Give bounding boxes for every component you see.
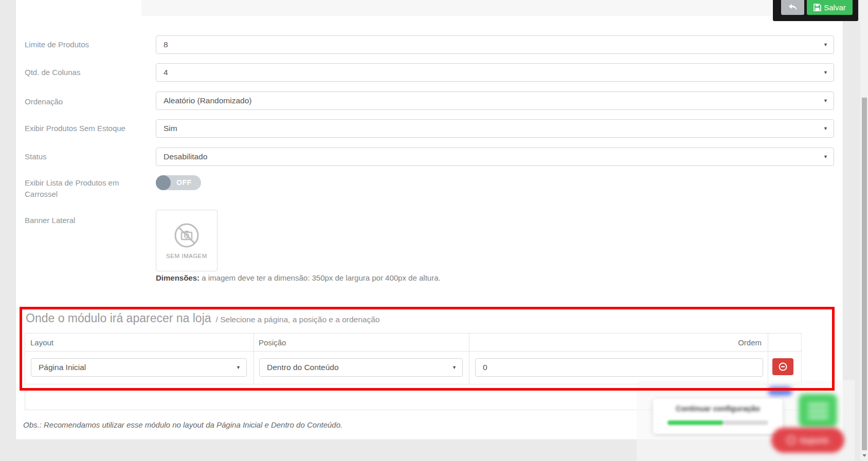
back-button[interactable]	[781, 0, 804, 15]
layout-select-value: Página Inicial	[39, 363, 86, 372]
module-table-header: Layout Posição Ordem	[25, 333, 802, 352]
position-select-value: Dentro do Conteúdo	[267, 363, 339, 372]
dimensions-note-text: a imagem deve ter a dimensão: 350px de l…	[200, 273, 441, 282]
caret-down-icon: ▼	[823, 154, 828, 159]
limit-select[interactable]: 8 ▼	[156, 35, 834, 54]
dimensions-note: Dimensões: a imagem deve ter a dimensão:…	[156, 273, 441, 282]
blurred-blue-badge	[768, 386, 792, 396]
column-divider	[469, 352, 469, 384]
layout-column-header: Layout	[30, 338, 53, 347]
position-select[interactable]: Dentro do Conteúdo ▼	[259, 358, 463, 377]
recommendation-note: Obs.: Recomendamos utilizar esse módulo …	[23, 420, 342, 429]
ordering-label: Ordenação	[25, 97, 63, 106]
scrollbar-down-arrow-icon	[862, 454, 866, 457]
section-title: Onde o módulo irá aparecer na loja	[26, 311, 211, 325]
caret-down-icon: ▼	[823, 98, 828, 103]
floppy-disk-icon	[813, 4, 821, 11]
column-divider	[768, 334, 768, 351]
section-subtitle: / Selecione a página, a posição e a orde…	[216, 315, 380, 324]
limit-select-value: 8	[164, 40, 168, 49]
caret-down-icon: ▼	[823, 126, 828, 131]
onboarding-progress-bar	[667, 420, 768, 425]
column-divider	[768, 352, 768, 384]
caret-down-icon: ▼	[823, 42, 828, 47]
column-divider	[469, 334, 469, 351]
checklist-icon	[808, 416, 828, 418]
support-icon	[787, 436, 795, 445]
out-of-stock-select-value: Sim	[164, 124, 177, 133]
settings-page: Limite de Produtos Qtd. de Colunas Orden…	[0, 0, 868, 461]
dimensions-note-bold: Dimensões:	[156, 273, 200, 282]
banner-label: Banner Lateral	[25, 216, 75, 225]
order-input[interactable]	[475, 358, 763, 377]
status-label: Status	[25, 152, 47, 161]
order-column-header: Ordem	[727, 338, 762, 347]
scrollbar-down-button[interactable]	[860, 450, 868, 461]
blurred-widget-overlay: Continuar configuração Suporte	[637, 380, 855, 461]
vertical-scrollbar	[860, 0, 868, 461]
ordering-select-value: Aleatório (Randomizado)	[164, 96, 251, 105]
caret-down-icon: ▼	[452, 365, 457, 370]
minus-circle-icon	[779, 362, 787, 371]
columns-select[interactable]: 4 ▼	[156, 63, 834, 82]
save-button-label: Salvar	[824, 3, 846, 12]
progress-fill	[667, 420, 723, 425]
limit-label: Limite de Produtos	[25, 40, 89, 49]
toggle-state-label: OFF	[176, 178, 192, 187]
undo-arrow-icon	[788, 4, 798, 11]
out-of-stock-label: Exibir Produtos Sem Estoque	[25, 124, 125, 133]
remove-row-button[interactable]	[772, 358, 793, 375]
position-column-header: Posição	[259, 338, 286, 347]
checklist-icon	[808, 410, 828, 412]
no-image-icon	[173, 222, 200, 249]
caret-down-icon: ▼	[236, 365, 241, 370]
onboarding-tooltip: Continuar configuração	[653, 399, 783, 434]
out-of-stock-select[interactable]: Sim ▼	[156, 119, 834, 138]
status-select-value: Desabilitado	[164, 152, 207, 161]
banner-upload-placeholder[interactable]: SEM IMAGEM	[156, 210, 218, 271]
toggle-knob	[156, 175, 171, 190]
caret-down-icon: ▼	[823, 70, 828, 75]
save-action-bar: Salvar	[773, 0, 858, 21]
checklist-icon	[808, 403, 828, 406]
status-select[interactable]: Desabilitado ▼	[156, 147, 834, 166]
columns-label: Qtd. de Colunas	[25, 68, 80, 77]
support-button-label: Suporte	[800, 436, 829, 445]
carousel-label: Exibir Lista de Produtos em Carrossel	[25, 177, 143, 200]
ordering-select[interactable]: Aleatório (Randomizado) ▼	[156, 91, 834, 110]
layout-select[interactable]: Página Inicial ▼	[31, 358, 247, 377]
columns-select-value: 4	[164, 68, 168, 77]
module-section-heading: Onde o módulo irá aparecer na loja / Sel…	[26, 311, 379, 325]
scrollbar-thumb[interactable]	[862, 98, 867, 450]
no-image-label: SEM IMAGEM	[166, 253, 207, 259]
checklist-button[interactable]	[799, 394, 837, 428]
top-panel-remnant	[141, 0, 772, 16]
support-button[interactable]: Suporte	[771, 428, 844, 453]
column-divider	[254, 352, 254, 384]
save-button[interactable]: Salvar	[807, 0, 853, 15]
carousel-toggle[interactable]: OFF	[156, 175, 201, 190]
column-divider	[254, 334, 254, 351]
onboarding-title: Continuar configuração	[653, 404, 783, 413]
